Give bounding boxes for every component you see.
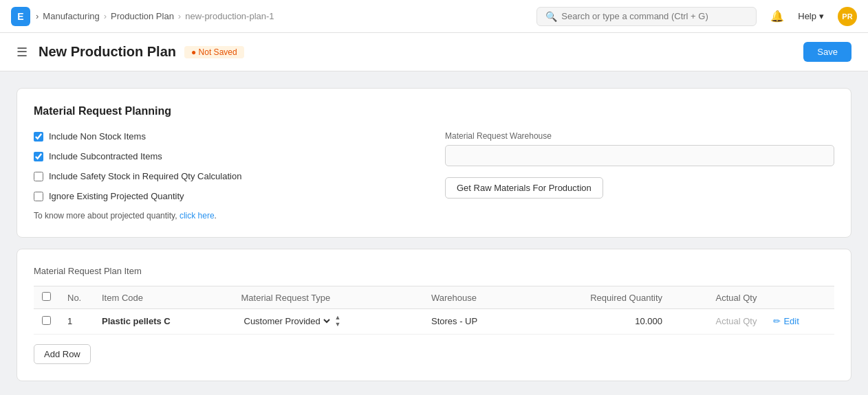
get-raw-materials-button[interactable]: Get Raw Materials For Production	[445, 177, 603, 199]
click-here-link[interactable]: click here	[180, 211, 215, 221]
include-subcontracted-label: Include Subcontracted Items	[49, 151, 162, 161]
breadcrumb-manufacturing[interactable]: Manufacturing	[43, 11, 99, 21]
table-row: 1 Plastic pellets C Customer Provided Pu…	[34, 309, 834, 335]
material-request-plan-card: Material Request Plan Item No. Item Code…	[17, 249, 851, 381]
include-safety-stock-checkbox[interactable]	[34, 172, 43, 181]
include-subcontracted-row[interactable]: Include Subcontracted Items	[34, 151, 423, 161]
chevron-down-icon: ▾	[819, 11, 824, 21]
top-navigation: E › Manufacturing › Production Plan › ne…	[0, 0, 868, 33]
projected-qty-note: To know more about projected quantity, c…	[34, 211, 423, 221]
nav-actions: 🔔 Help ▾ PR	[770, 7, 857, 26]
include-non-stock-label: Include Non Stock Items	[49, 131, 146, 142]
include-safety-stock-row[interactable]: Include Safety Stock in Required Qty Cal…	[34, 171, 423, 181]
search-bar[interactable]: 🔍	[536, 7, 757, 26]
breadcrumb-current: new-production-plan-1	[185, 11, 274, 21]
edit-icon: ✏	[773, 316, 781, 326]
col-header-item-code: Item Code	[94, 286, 233, 309]
breadcrumb-sep-0: ›	[36, 11, 39, 21]
status-badge: ● Not Saved	[184, 46, 244, 58]
table-header-row: No. Item Code Material Request Type Ware…	[34, 286, 834, 309]
row-actual-qty: Actual Qty	[671, 309, 765, 335]
main-content: Material Request Planning Include Non St…	[0, 71, 868, 395]
ignore-existing-qty-label: Ignore Existing Projected Quantity	[49, 191, 184, 201]
select-arrows-icon: ▲▼	[335, 315, 341, 328]
row-item-code: Plastic pellets C	[94, 309, 233, 335]
material-request-planning-title: Material Request Planning	[34, 105, 834, 117]
warehouse-input[interactable]	[445, 145, 834, 166]
row-checkbox-cell[interactable]	[34, 309, 59, 335]
col-header-material-request-type: Material Request Type	[233, 286, 423, 309]
row-edit-cell[interactable]: ✏ Edit	[765, 309, 834, 335]
avatar[interactable]: PR	[838, 7, 857, 26]
breadcrumb-sep-1: ›	[104, 11, 107, 21]
page-header: ☰ New Production Plan ● Not Saved Save	[0, 33, 868, 71]
col-header-actions	[765, 286, 834, 309]
breadcrumb-production-plan[interactable]: Production Plan	[111, 11, 174, 21]
breadcrumb-sep-2: ›	[178, 11, 181, 21]
warehouse-label: Material Request Warehouse	[445, 131, 834, 141]
col-header-checkbox	[34, 286, 59, 309]
notification-icon[interactable]: 🔔	[770, 10, 784, 23]
add-row-button[interactable]: Add Row	[34, 344, 91, 364]
ignore-existing-qty-checkbox[interactable]	[34, 192, 43, 201]
search-icon: 🔍	[545, 11, 557, 22]
material-request-planning-card: Material Request Planning Include Non St…	[17, 88, 851, 238]
help-button[interactable]: Help ▾	[792, 8, 829, 24]
planning-warehouse-section: Material Request Warehouse Get Raw Mater…	[445, 131, 834, 221]
col-header-warehouse: Warehouse	[423, 286, 525, 309]
ignore-existing-qty-row[interactable]: Ignore Existing Projected Quantity	[34, 191, 423, 201]
col-header-required-qty: Required Quantity	[525, 286, 671, 309]
page-title: New Production Plan	[39, 44, 176, 60]
select-all-checkbox[interactable]	[42, 292, 51, 301]
include-non-stock-row[interactable]: Include Non Stock Items	[34, 131, 423, 142]
include-subcontracted-checkbox[interactable]	[34, 152, 43, 161]
include-non-stock-checkbox[interactable]	[34, 132, 43, 142]
save-button[interactable]: Save	[803, 42, 851, 62]
breadcrumb: › Manufacturing › Production Plan › new-…	[36, 11, 274, 21]
planning-checkboxes: Include Non Stock Items Include Subcontr…	[34, 131, 423, 221]
app-icon[interactable]: E	[11, 7, 30, 26]
row-warehouse: Stores - UP	[423, 309, 525, 335]
col-header-no: No.	[59, 286, 94, 309]
planning-form-grid: Include Non Stock Items Include Subcontr…	[34, 131, 834, 221]
col-header-actual-qty: Actual Qty	[671, 286, 765, 309]
material-request-type-select[interactable]: Customer Provided Purchase Transfer Manu…	[241, 315, 332, 327]
row-checkbox[interactable]	[42, 316, 51, 325]
sidebar-toggle-icon[interactable]: ☰	[17, 45, 28, 60]
edit-button[interactable]: ✏ Edit	[773, 316, 799, 326]
plan-item-section-title: Material Request Plan Item	[34, 266, 834, 276]
row-no: 1	[59, 309, 94, 335]
row-required-quantity: 10.000	[525, 309, 671, 335]
plan-item-table: No. Item Code Material Request Type Ware…	[34, 286, 834, 335]
row-material-request-type[interactable]: Customer Provided Purchase Transfer Manu…	[233, 309, 423, 335]
include-safety-stock-label: Include Safety Stock in Required Qty Cal…	[49, 171, 241, 181]
search-input[interactable]	[561, 11, 748, 21]
